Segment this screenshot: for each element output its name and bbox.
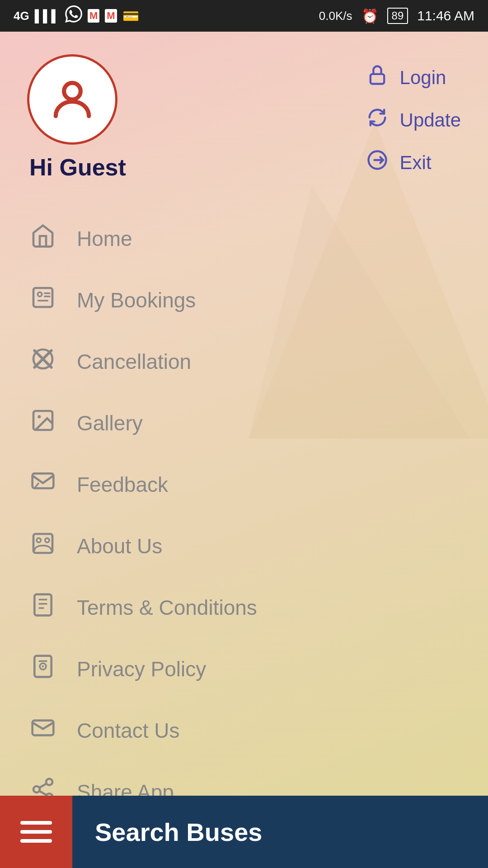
cancellation-icon xyxy=(27,346,59,377)
card-icon: 💳 xyxy=(122,8,139,24)
hamburger-button[interactable] xyxy=(0,796,72,868)
user-icon xyxy=(47,75,97,124)
clock-time: 11:46 AM xyxy=(417,8,474,24)
nav-item-feedback[interactable]: Feedback xyxy=(0,454,488,515)
nav-menu: Home My Bookings xyxy=(0,199,488,796)
network-indicator: 4G xyxy=(14,9,29,23)
svg-rect-15 xyxy=(33,534,52,553)
update-button[interactable]: Update xyxy=(364,106,461,135)
battery-indicator: 89 xyxy=(387,8,408,24)
status-bar: 4G ▌▌▌ M M 💳 0.0K/s ⏰ 89 11:46 AM xyxy=(0,0,488,32)
svg-point-24 xyxy=(42,665,44,668)
svg-point-16 xyxy=(37,538,41,542)
update-label: Update xyxy=(400,109,461,131)
svg-line-31 xyxy=(39,783,47,788)
nav-label-home: Home xyxy=(77,226,132,251)
lock-icon xyxy=(364,63,391,92)
hamburger-line-3 xyxy=(20,839,52,843)
home-icon xyxy=(27,223,59,254)
nav-label-gallery: Gallery xyxy=(77,411,143,435)
exit-button[interactable]: Exit xyxy=(364,148,461,177)
hamburger-line-1 xyxy=(20,821,52,825)
nav-item-about-us[interactable]: About Us xyxy=(0,515,488,577)
profile-section: Hi Guest Login xyxy=(0,32,488,199)
feedback-icon xyxy=(27,469,59,500)
bottom-bar: Search Buses xyxy=(0,796,488,868)
nav-item-my-bookings[interactable]: My Bookings xyxy=(0,269,488,331)
nav-label-about-us: About Us xyxy=(77,534,162,558)
svg-point-28 xyxy=(33,786,40,793)
nav-item-terms[interactable]: Terms & Conditions xyxy=(0,577,488,638)
gmail-icon: M xyxy=(88,9,99,23)
svg-point-27 xyxy=(46,779,52,785)
svg-point-2 xyxy=(64,83,81,99)
nav-item-gallery[interactable]: Gallery xyxy=(0,392,488,454)
profile-left: Hi Guest xyxy=(27,54,126,181)
bottom-bar-title: Search Buses xyxy=(72,817,262,847)
gmail2-icon: M xyxy=(105,9,117,23)
exit-label: Exit xyxy=(400,152,432,174)
share-icon xyxy=(27,777,59,796)
nav-label-privacy-policy: Privacy Policy xyxy=(77,657,206,681)
gallery-icon xyxy=(27,408,59,439)
login-label: Login xyxy=(400,67,446,89)
nav-label-feedback: Feedback xyxy=(77,472,168,497)
svg-point-29 xyxy=(46,793,52,796)
nav-item-contact-us[interactable]: Contact Us xyxy=(0,700,488,761)
hamburger-line-2 xyxy=(20,830,52,834)
nav-label-terms: Terms & Conditions xyxy=(77,595,257,620)
nav-item-privacy-policy[interactable]: Privacy Policy xyxy=(0,638,488,700)
alarm-icon: ⏰ xyxy=(361,8,378,24)
svg-point-12 xyxy=(38,415,41,418)
terms-icon xyxy=(27,592,59,623)
svg-line-30 xyxy=(39,791,47,795)
svg-rect-18 xyxy=(34,594,51,616)
status-right: 0.0K/s ⏰ 89 11:46 AM xyxy=(319,8,474,24)
login-button[interactable]: Login xyxy=(364,63,461,92)
svg-rect-5 xyxy=(33,288,52,307)
privacy-icon xyxy=(27,654,59,684)
action-buttons: Login Update xyxy=(364,54,461,177)
network-speed: 0.0K/s xyxy=(319,9,352,23)
drawer-content: Hi Guest Login xyxy=(0,32,488,796)
signal-bars: ▌▌▌ xyxy=(35,9,60,23)
nav-item-home[interactable]: Home xyxy=(0,208,488,269)
about-icon xyxy=(27,531,59,561)
svg-point-17 xyxy=(45,538,49,542)
bookings-icon xyxy=(27,285,59,316)
nav-label-my-bookings: My Bookings xyxy=(77,288,196,312)
svg-rect-3 xyxy=(370,74,384,84)
update-icon xyxy=(364,106,391,135)
avatar xyxy=(27,54,117,145)
greeting-text: Hi Guest xyxy=(29,154,126,181)
nav-label-contact-us: Contact Us xyxy=(77,718,180,743)
status-left: 4G ▌▌▌ M M 💳 xyxy=(14,5,139,26)
nav-label-share-app: Share App xyxy=(77,780,174,796)
nav-label-cancellation: Cancellation xyxy=(77,349,191,374)
contact-icon xyxy=(27,715,59,746)
nav-item-share-app[interactable]: Share App xyxy=(0,761,488,796)
exit-icon xyxy=(364,148,391,177)
nav-item-cancellation[interactable]: Cancellation xyxy=(0,331,488,392)
whatsapp-icon xyxy=(65,5,82,26)
svg-point-6 xyxy=(38,292,42,296)
